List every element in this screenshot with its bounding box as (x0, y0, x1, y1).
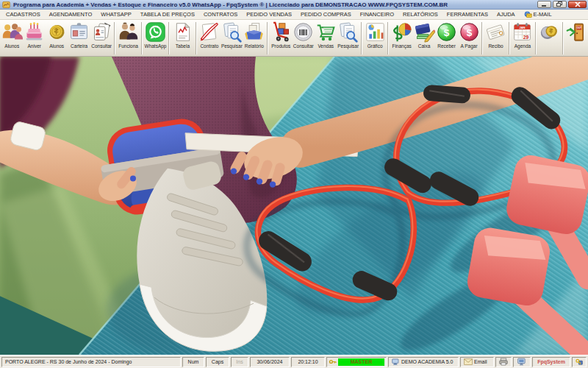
toolbar-moedas[interactable] (538, 21, 560, 56)
menu-pedido-compras[interactable]: PEDIDO COMPRAS (296, 11, 356, 18)
svg-text:OUT: OUT (577, 26, 582, 29)
calendar-icon: JAN 29 (512, 21, 533, 43)
email-globe-icon (524, 10, 532, 18)
toolbar-consultar-produtos[interactable]: Consultar (293, 21, 315, 56)
status-bar: PORTO ALEGRE - RS 30 de Junho de 2024 - … (0, 355, 588, 368)
price-table-icon (172, 21, 193, 43)
toolbar-a-pagar[interactable]: $ A Pagar (458, 21, 480, 56)
menu-agendamento[interactable]: AGENDAMENTO (45, 11, 97, 18)
toolbar-separator (196, 22, 197, 54)
receive-money-icon: $ (436, 21, 457, 43)
menu-bar: CADASTROS AGENDAMENTO WHATSAPP TABELA DE… (0, 10, 588, 20)
search-docs-icon (221, 21, 243, 43)
menu-email[interactable]: E-MAIL (520, 10, 556, 18)
barcode-icon (293, 21, 314, 43)
svg-text:JAN: JAN (520, 26, 526, 29)
pay-money-icon: $ (459, 21, 480, 43)
status-num-lock: Num (182, 357, 204, 367)
toolbar-separator (562, 22, 564, 54)
birthday-cake-icon (24, 21, 45, 43)
gold-coin-icon (46, 21, 68, 43)
cash-book-icon (414, 21, 435, 43)
menu-ajuda[interactable]: AJUDA (492, 11, 520, 18)
menu-contratos[interactable]: CONTRATOS (199, 11, 242, 18)
status-email-button[interactable]: Email (460, 357, 494, 367)
app-window: Programa para Academia + Vendas + Estoqu… (0, 0, 588, 368)
id-card-icon (68, 21, 90, 43)
toolbar: Alunos Aniver Alunos (0, 20, 588, 57)
main-content-photo (0, 57, 588, 355)
toolbar-contrato[interactable]: Contrato (198, 21, 220, 56)
restore-button[interactable] (553, 1, 567, 8)
status-security-button[interactable] (572, 357, 587, 367)
employees-icon (118, 21, 139, 43)
person-cards-icon (91, 21, 112, 43)
title-bar: Programa para Academia + Vendas + Estoqu… (0, 0, 588, 10)
svg-text:29: 29 (523, 35, 529, 40)
toolbar-pesquisar-contrato[interactable]: Pesquisar (220, 21, 243, 56)
toolbar-alunos[interactable]: Alunos (1, 21, 23, 56)
access-level-badge: MASTER (338, 358, 384, 366)
toolbar-sair[interactable]: OUT (565, 21, 587, 56)
toolbar-alunos-coin[interactable]: Alunos (46, 21, 68, 56)
toolbar-relatorio[interactable]: Relatório (243, 21, 265, 56)
bar-chart-icon (365, 21, 386, 43)
envelope-icon (464, 358, 473, 365)
search-docs-icon (337, 21, 359, 43)
toolbar-vendas[interactable]: Vendas (315, 21, 337, 56)
toolbar-funcionarios[interactable]: Funciona (117, 21, 139, 56)
toolbar-separator (481, 22, 483, 54)
computer-icon (392, 358, 400, 366)
shopping-cart-icon (315, 21, 337, 43)
menu-financeiro[interactable]: FINANCEIRO (356, 11, 398, 18)
svg-text:$: $ (444, 27, 450, 38)
toolbar-separator (114, 22, 115, 54)
menu-pedido-vendas[interactable]: PEDIDO VENDAS (242, 11, 296, 18)
finance-money-icon (391, 21, 412, 43)
hand-truck-icon (270, 21, 292, 43)
toolbar-separator (387, 22, 389, 54)
toolbar-produtos[interactable]: Produtos (270, 21, 292, 56)
key-lock-icon (576, 358, 583, 366)
status-monitor-button[interactable] (513, 357, 531, 367)
status-access-level: MASTER (326, 357, 387, 367)
toolbar-caixa[interactable]: Caixa (413, 21, 435, 56)
toolbar-separator (168, 22, 170, 54)
workout-photo (0, 57, 588, 355)
menu-tabela-de-precos[interactable]: TABELA DE PREÇOS (136, 11, 199, 18)
toolbar-recibo[interactable]: Recibo (484, 21, 506, 56)
app-icon (2, 1, 10, 9)
svg-text:$: $ (466, 27, 472, 38)
toolbar-agenda[interactable]: JAN 29 Agenda (512, 21, 534, 56)
dumbbell-head (465, 225, 552, 308)
toolbar-separator (361, 22, 362, 54)
status-location-date: PORTO ALEGRE - RS 30 de Junho de 2024 - … (1, 357, 181, 367)
menu-cadastros[interactable]: CADASTROS (1, 11, 45, 18)
exit-door-icon: OUT (565, 21, 587, 43)
toolbar-grafico[interactable]: Gráfico (364, 21, 386, 56)
close-button[interactable] (568, 1, 587, 8)
receipt-icon (485, 21, 506, 43)
window-title: Programa para Academia + Vendas + Estoqu… (13, 1, 534, 8)
toolbar-whatsapp[interactable]: WhatsApp (144, 21, 167, 56)
status-date: 30/06/2024 (250, 357, 290, 367)
menu-whatsapp[interactable]: WHATSAPP (96, 11, 136, 18)
toolbar-receber[interactable]: $ Receber (435, 21, 457, 56)
contract-pen-icon (198, 21, 220, 43)
toolbar-consultar-alunos[interactable]: Consultar (90, 21, 112, 56)
menu-relatorios[interactable]: RELATÓRIOS (398, 11, 442, 18)
toolbar-separator (535, 22, 537, 54)
menu-ferramentas[interactable]: FERRAMENTAS (442, 11, 492, 18)
toolbar-aniver[interactable]: Aniver (23, 21, 45, 56)
toolbar-pesquisar-vendas[interactable]: Pesquisar (337, 21, 359, 56)
minimize-button[interactable] (537, 1, 551, 8)
status-printer-button[interactable] (495, 357, 512, 367)
status-brand: FpqSystem (532, 357, 570, 367)
toolbar-tabela[interactable]: Tabela (171, 21, 193, 56)
toolbar-financas[interactable]: Finanças (390, 21, 412, 56)
toolbar-separator (267, 22, 268, 54)
monitor-icon (517, 358, 527, 366)
status-system-name: DEMO ACADEMIA 5.0 (388, 357, 459, 367)
students-icon (1, 21, 23, 43)
toolbar-carteira[interactable]: Carteira (68, 21, 90, 56)
